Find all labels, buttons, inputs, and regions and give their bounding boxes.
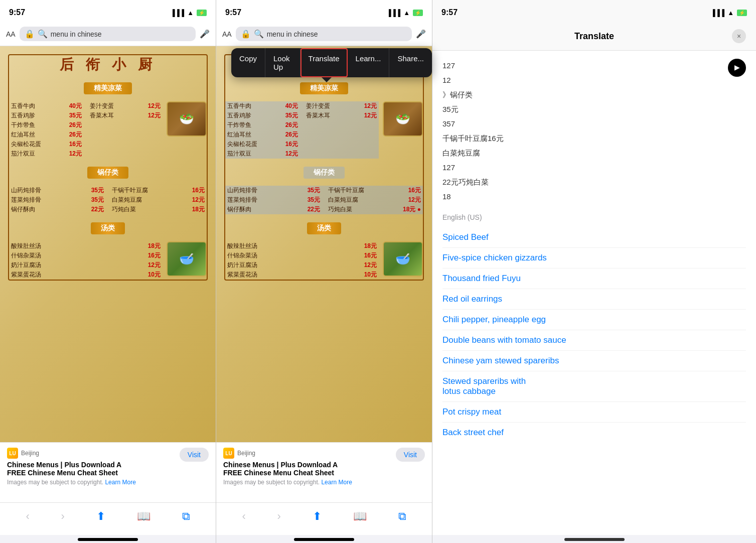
translation-item-6[interactable]: Double beans with tomato sauce	[442, 330, 746, 351]
orig-line-1: 127	[442, 59, 746, 72]
search-icon-m: 🔍	[254, 29, 264, 39]
translation-item-8[interactable]: Stewed spareribs withlotus cabbage	[442, 371, 746, 402]
panel-right: 9:57 ▐▐▐ ▲ ⚡ Translate × ▶ 127 12 》锅仔类 3…	[432, 0, 756, 543]
wifi-icon-r: ▲	[727, 9, 734, 17]
translate-btn[interactable]: Translate	[300, 48, 348, 77]
translation-item-4[interactable]: Red oil earrings	[442, 289, 746, 310]
menu-grid-cold: 五香牛肉40元 五香鸡胗35元 干炸带鱼26元 红油耳丝26元 尖椒松花蛋16元…	[9, 101, 163, 159]
tabs-btn-left[interactable]: ⧉	[178, 508, 194, 525]
aa-label-middle[interactable]: AA	[222, 30, 232, 38]
search-field-left[interactable]: 🔒 🔍	[20, 27, 196, 41]
translated-list: Spiced Beef Five-spice chicken gizzards …	[442, 227, 746, 443]
home-indicator-right	[564, 538, 625, 541]
copyright-middle: Images may be subject to copyright. Lear…	[223, 479, 425, 486]
visit-button-left[interactable]: Visit	[180, 448, 209, 462]
translation-item-10[interactable]: Back street chef	[442, 423, 746, 443]
bottom-nav-left: ‹ › ⬆ 📖 ⧉	[0, 502, 216, 535]
menu-image-left: 后 衔 小 厨 精美凉菜 🥗 五香牛肉40元 五香鸡胗35元 干炸带鱼26元 红…	[0, 46, 216, 442]
learn-more-link-middle[interactable]: Learn More	[321, 479, 352, 486]
time-middle: 9:57	[225, 8, 241, 17]
share-btn-m[interactable]: ⬆	[309, 508, 326, 525]
soup-photo-left: 🥣	[167, 241, 207, 277]
soup-photo-middle: 🥣	[383, 241, 423, 277]
translation-item-9[interactable]: Pot crispy meat	[442, 402, 746, 423]
translation-item-1[interactable]: Spiced Beef	[442, 227, 746, 248]
address-bar-middle[interactable]: AA 🔒 🔍 🎤	[216, 22, 432, 46]
translation-item-3[interactable]: Thousand fried Fuyu	[442, 268, 746, 289]
status-icons-middle: ▐▐▐ ▲ ⚡	[386, 9, 423, 17]
orig-line-7: 白菜炖豆腐	[442, 146, 746, 160]
status-icons-right: ▐▐▐ ▲ ⚡	[710, 9, 747, 17]
section2-left: 锅仔类	[87, 167, 128, 179]
back-btn-m[interactable]: ‹	[238, 508, 249, 525]
orig-line-9: 22元巧炖白菜	[442, 175, 746, 189]
share-btn-left[interactable]: ⬆	[92, 508, 109, 525]
panel-left: 9:57 ▐▐▐ ▲ ⚡ AA 🔒 🔍 🎤 后 衔 小 厨 精美凉菜 🥗	[0, 0, 216, 543]
orig-line-3: 》锅仔类	[442, 88, 746, 101]
lock-icon: 🔒	[25, 29, 35, 39]
share-btn-ctx[interactable]: Share...	[389, 48, 432, 77]
play-button[interactable]: ▶	[728, 59, 746, 77]
cold-col1: 五香牛肉40元 五香鸡胗35元 干炸带鱼26元 红油耳丝26元 尖椒松花蛋16元…	[9, 101, 84, 159]
copy-btn[interactable]: Copy	[231, 48, 265, 77]
search-input-middle[interactable]	[267, 30, 407, 38]
forward-btn-m[interactable]: ›	[273, 508, 285, 525]
site-footer-left: Visit LU Beijing Chinese Menus | Plus Do…	[0, 442, 216, 502]
orig-line-2: 12	[442, 73, 746, 87]
menu-image-middle: 后 衔 小 厨 精美凉菜 🥗 五香牛肉40元 五香鸡胗35元 干炸带鱼26元 红…	[216, 46, 432, 442]
food-photo-left: 🥗	[167, 101, 207, 137]
forward-btn-left[interactable]: ›	[57, 508, 69, 525]
battery-icon: ⚡	[197, 10, 207, 16]
tabs-btn-m[interactable]: ⧉	[394, 508, 410, 525]
battery-icon-r: ⚡	[737, 10, 747, 16]
translate-title: Translate	[457, 31, 732, 42]
section2-middle: 锅仔类	[304, 167, 345, 179]
food-photo-middle: 🥗	[383, 101, 423, 137]
signal-icon-m: ▐▐▐	[386, 9, 400, 17]
back-btn-left[interactable]: ‹	[22, 508, 33, 525]
site-title-middle: Chinese Menus | Plus Download AFREE Chin…	[223, 461, 425, 477]
address-bar-left[interactable]: AA 🔒 🔍 🎤	[0, 22, 216, 46]
menu-grid-pot: 山药炖排骨35元 莲菜炖排骨35元 锅仔酥肉22元 干锅千叶豆腐16元 白菜炖豆…	[9, 186, 207, 214]
status-bar-middle: 9:57 ▐▐▐ ▲ ⚡	[216, 0, 432, 22]
signal-icon-r: ▐▐▐	[710, 9, 724, 17]
section1-middle: 精美凉菜	[300, 82, 348, 94]
search-icon: 🔍	[38, 29, 48, 39]
orig-line-10: 18	[442, 190, 746, 203]
learn-btn[interactable]: Learn...	[348, 48, 390, 77]
search-input-left[interactable]	[51, 30, 191, 38]
section3-left: 汤类	[91, 222, 125, 234]
visit-button-middle[interactable]: Visit	[396, 448, 425, 462]
learn-more-link-left[interactable]: Learn More	[105, 479, 135, 486]
translation-item-2[interactable]: Five-spice chicken gizzards	[442, 248, 746, 268]
mic-icon[interactable]: 🎤	[200, 29, 210, 39]
menu-grid-cold-m: 五香牛肉40元 五香鸡胗35元 干炸带鱼26元 红油耳丝26元 尖椒松花蛋16元…	[225, 101, 379, 159]
bookmarks-btn-m[interactable]: 📖	[349, 508, 371, 525]
menu-grid-pot-m: 山药炖排骨35元 莲菜炖排骨35元 锅仔酥肉22元 干锅千叶豆腐16元 白菜炖豆…	[225, 186, 423, 214]
site-title-left: Chinese Menus | Plus Download AFREE Chin…	[7, 461, 209, 477]
lock-icon-m: 🔒	[241, 29, 251, 39]
look-up-btn[interactable]: Look Up	[265, 48, 300, 77]
site-city-left: Beijing	[21, 450, 39, 457]
home-indicator-left	[78, 538, 138, 541]
battery-icon-m: ⚡	[413, 10, 423, 16]
time-left: 9:57	[9, 8, 25, 17]
menu-title-left: 后 衔 小 厨	[9, 55, 207, 74]
mic-icon-m[interactable]: 🎤	[416, 29, 426, 39]
aa-label-left[interactable]: AA	[6, 30, 16, 38]
search-field-middle[interactable]: 🔒 🔍	[236, 27, 412, 41]
pot-col2: 干锅千叶豆腐16元 白菜炖豆腐12元 巧炖白菜18元	[110, 186, 207, 214]
status-icons-left: ▐▐▐ ▲ ⚡	[170, 9, 207, 17]
wifi-icon-m: ▲	[403, 9, 410, 17]
copyright-left: Images may be subject to copyright. Lear…	[7, 479, 209, 486]
close-button[interactable]: ×	[732, 29, 746, 43]
pot-col1: 山药炖排骨35元 莲菜炖排骨35元 锅仔酥肉22元	[9, 186, 106, 214]
translation-item-7[interactable]: Chinese yam stewed spareribs	[442, 351, 746, 371]
time-right: 9:57	[441, 8, 458, 17]
orig-line-5: 357	[442, 117, 746, 130]
bookmarks-btn-left[interactable]: 📖	[133, 508, 155, 525]
panel-middle: 9:57 ▐▐▐ ▲ ⚡ AA 🔒 🔍 🎤 Copy Look Up Trans…	[216, 0, 432, 543]
translate-content: ▶ 127 12 》锅仔类 35元 357 千锅千叶豆腐16元 白菜炖豆腐 12…	[432, 51, 756, 535]
translation-item-5[interactable]: Chili pepper, pineapple egg	[442, 310, 746, 330]
context-menu[interactable]: Copy Look Up Translate Learn... Share...	[231, 48, 432, 77]
